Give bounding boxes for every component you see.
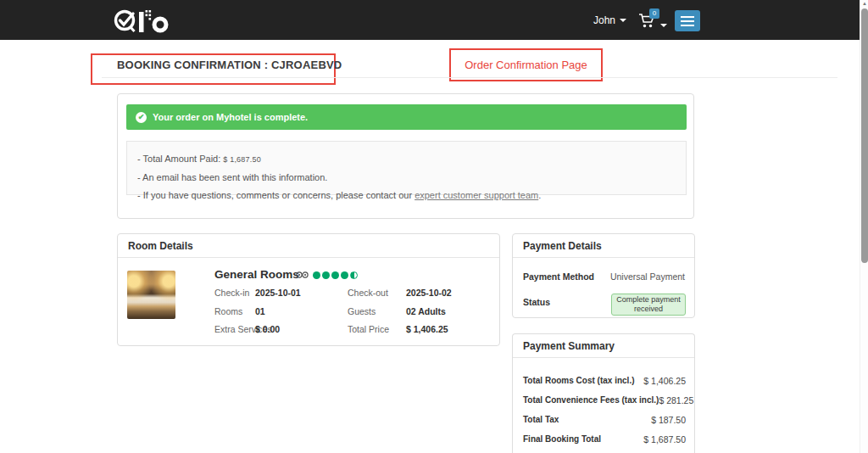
summary-row: Final Booking Total $ 1,687.50 (523, 434, 686, 445)
hamburger-bar (681, 25, 694, 26)
page-title: BOOKING CONFIRMATION : CJROAEBVD (117, 59, 342, 71)
scroll-up-arrow[interactable]: ▲ (860, 0, 868, 8)
support-team-link[interactable]: expert customer support team (415, 190, 538, 200)
field-label: Rooms (214, 306, 242, 316)
order-notes-box: - Total Amount Paid: $ 1,687.50 - An ema… (126, 141, 687, 195)
brand-logo[interactable] (113, 5, 186, 36)
summary-value: $ 281.25 (659, 395, 693, 405)
rating-dots (313, 271, 358, 279)
check-circle-icon: ✔ (136, 112, 147, 123)
field-label: Check-in (214, 288, 249, 298)
order-confirmation-screen: John 0 Order Confirmation Page BOOKING C… (0, 0, 868, 453)
title-divider (102, 77, 837, 78)
contact-prefix: - If you have questions, comments or con… (137, 190, 415, 200)
payment-method-label: Payment Method (523, 271, 594, 282)
contact-suffix: . (538, 190, 541, 200)
field-label: Total Price (348, 324, 389, 334)
summary-value: $ 187.50 (651, 415, 686, 425)
room-photo (127, 271, 175, 319)
email-note-line: - An email has been sent with this infor… (137, 169, 676, 187)
payment-details-header: Payment Details (513, 234, 694, 258)
success-message: Your order on Myhotel is complete. (153, 112, 308, 122)
field-value: 02 Adults (406, 306, 446, 316)
cart-button[interactable]: 0 (638, 7, 669, 36)
hamburger-menu-button[interactable] (675, 10, 700, 31)
chevron-down-icon (660, 24, 667, 27)
payment-method-value: Universal Payment (610, 271, 685, 282)
payment-summary-card: Payment Summary Total Rooms Cost (tax in… (512, 333, 695, 453)
field-value: 2025-10-01 (255, 288, 301, 298)
total-paid-value: $ 1,687.50 (223, 155, 261, 164)
cart-count-badge: 0 (649, 8, 659, 19)
summary-row: Total Tax $ 187.50 (523, 415, 686, 425)
summary-label: Final Booking Total (523, 434, 601, 445)
room-name: General Rooms (214, 268, 299, 281)
scrollbar-thumb[interactable] (861, 8, 868, 263)
room-details-header: Room Details (118, 234, 499, 258)
rating-dot-full (322, 271, 330, 279)
hamburger-bar (681, 20, 694, 22)
summary-value: $ 1,687.50 (643, 434, 686, 445)
field-value: $ 0.00 (255, 324, 280, 334)
total-paid-line: - Total Amount Paid: $ 1,687.50 (137, 150, 676, 169)
field-value: 2025-10-02 (406, 288, 452, 298)
summary-label: Total Tax (523, 415, 559, 425)
rating-dot-full (341, 271, 348, 279)
user-name: John (593, 14, 615, 26)
success-banner: ✔ Your order on Myhotel is complete. (126, 104, 687, 130)
summary-label: Total Rooms Cost (tax incl.) (523, 376, 635, 386)
payment-summary-header: Payment Summary (513, 334, 694, 358)
user-menu[interactable]: John (593, 0, 626, 40)
summary-label: Total Convenience Fees (tax incl.) (523, 395, 659, 405)
contact-line: - If you have questions, comments or con… (137, 187, 676, 204)
hamburger-bar (681, 16, 694, 18)
summary-row: Total Rooms Cost (tax incl.) $ 1,406.25 (523, 376, 686, 386)
confirmation-panel: ✔ Your order on Myhotel is complete. - T… (117, 93, 694, 219)
qlo-logo-icon (113, 5, 184, 36)
field-value: $ 1,406.25 (406, 324, 448, 334)
room-details-card: Room Details General Rooms Check-in 2025… (117, 233, 500, 346)
top-navbar: John 0 (0, 0, 860, 40)
field-value: 01 (255, 306, 265, 316)
payment-status-badge: Complete payment received (611, 294, 686, 316)
annotation-page-label: Order Confirmation Page (465, 59, 587, 71)
payment-status-label: Status (523, 297, 550, 307)
room-rating (296, 271, 358, 279)
chevron-down-icon (620, 19, 626, 22)
payment-details-card: Payment Details Payment Method Universal… (512, 233, 695, 318)
field-label: Guests (348, 306, 376, 316)
rating-dot-half (350, 271, 358, 279)
summary-value: $ 1,406.25 (643, 376, 686, 386)
field-label: Check-out (348, 288, 388, 298)
page-scrollbar[interactable]: ▲ (860, 0, 868, 453)
rating-dot-full (313, 271, 320, 279)
total-paid-label: - Total Amount Paid: (137, 154, 220, 164)
rating-dot-full (331, 271, 339, 279)
summary-row: Total Convenience Fees (tax incl.) $ 281… (523, 395, 686, 405)
tripadvisor-owl-icon (296, 271, 309, 279)
